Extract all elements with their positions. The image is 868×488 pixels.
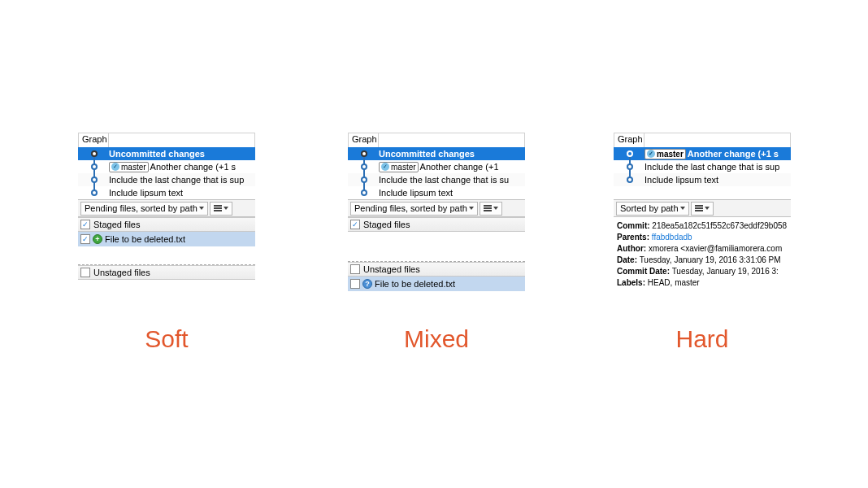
- checkbox-icon[interactable]: ✓: [80, 220, 90, 229]
- mixed-panel: Graph Uncommitted changes ✓master Anothe…: [348, 133, 525, 291]
- chevron-down-icon: [199, 207, 204, 210]
- commit-date: Tuesday, January 19, 2016 3:: [672, 267, 779, 276]
- date: Tuesday, January 19, 2016 3:31:06 PM: [640, 255, 781, 264]
- branch-tag[interactable]: ✓master: [644, 149, 686, 159]
- commit-msg: Include the last change that is sup: [644, 162, 791, 172]
- unstaged-files-header[interactable]: Unstaged files: [348, 262, 525, 277]
- graph-column-header[interactable]: Graph: [78, 133, 109, 147]
- caption-hard: Hard: [614, 325, 791, 353]
- commit-row[interactable]: Include lipsum text: [348, 186, 525, 199]
- commit-row[interactable]: Include lipsum text: [614, 173, 791, 186]
- chevron-down-icon: [469, 207, 474, 210]
- commit-msg: Uncommitted changes: [379, 149, 525, 159]
- view-mode-dropdown[interactable]: [210, 202, 232, 216]
- commit-row[interactable]: Include the last change that is su: [348, 173, 525, 186]
- graph-header-row: Graph: [348, 133, 525, 147]
- unstaged-files-header[interactable]: Unstaged files: [78, 265, 255, 280]
- file-name: File to be deleted.txt: [105, 234, 185, 244]
- question-icon: ?: [362, 279, 372, 289]
- caption-soft: Soft: [78, 325, 255, 353]
- commit-msg: Include the last change that is su: [379, 175, 525, 185]
- graph-column-header[interactable]: Graph: [614, 133, 644, 147]
- commit-msg: Uncommitted changes: [109, 149, 255, 159]
- commit-row[interactable]: ✓master Another change (+1 s: [78, 160, 255, 173]
- branch-tag[interactable]: ✓master: [379, 162, 419, 172]
- checkbox-icon[interactable]: ✓: [350, 220, 360, 229]
- file-toolbar: Pending files, sorted by path: [348, 199, 525, 217]
- sort-dropdown[interactable]: Sorted by path: [616, 202, 689, 216]
- view-mode-dropdown[interactable]: [691, 202, 714, 216]
- commit-msg: ✓master Another change (+1 s: [109, 162, 255, 172]
- commit-metadata: Commit: 218ea5a182c51f552c673eddf29b058 …: [614, 217, 791, 292]
- chevron-down-icon: [493, 207, 498, 210]
- commit-msg: Include the last change that is sup: [109, 175, 255, 185]
- commit-row[interactable]: ✓master Another change (+1 s: [614, 147, 791, 160]
- chevron-down-icon: [680, 207, 685, 210]
- chevron-down-icon: [224, 207, 228, 210]
- commit-row[interactable]: ✓master Another change (+1: [348, 160, 525, 173]
- checkbox-icon[interactable]: [350, 264, 360, 274]
- caption-mixed: Mixed: [348, 325, 525, 353]
- hamburger-icon: [695, 205, 703, 211]
- branch-tag[interactable]: ✓master: [109, 162, 149, 172]
- parent-hash-link[interactable]: ffabdbdadb: [652, 233, 692, 242]
- commit-row[interactable]: Include the last change that is sup: [614, 160, 791, 173]
- commit-msg: Include lipsum text: [644, 175, 791, 185]
- commit-msg: ✓master Another change (+1 s: [644, 149, 791, 159]
- graph-header-row: Graph: [614, 133, 791, 147]
- hard-panel: Graph ✓master Another change (+1 s Inclu…: [614, 133, 791, 292]
- view-mode-dropdown[interactable]: [480, 202, 502, 216]
- file-row[interactable]: ? File to be deleted.txt: [348, 277, 525, 291]
- author: xmorera <xavier@familiamorera.com: [649, 244, 782, 253]
- commit-row-uncommitted[interactable]: Uncommitted changes: [348, 147, 525, 160]
- branch-icon: ✓: [111, 163, 119, 171]
- sort-dropdown[interactable]: Pending files, sorted by path: [350, 202, 478, 216]
- graph-header-row: Graph: [78, 133, 255, 147]
- checkbox-icon[interactable]: ✓: [80, 234, 90, 244]
- file-row[interactable]: ✓ + File to be deleted.txt: [78, 232, 255, 246]
- add-icon: +: [93, 234, 102, 244]
- branch-icon: ✓: [381, 163, 389, 171]
- file-name: File to be deleted.txt: [375, 279, 455, 289]
- description-column-header[interactable]: [109, 133, 255, 147]
- hamburger-icon: [484, 205, 492, 211]
- sort-dropdown[interactable]: Pending files, sorted by path: [80, 202, 208, 216]
- file-toolbar: Pending files, sorted by path: [78, 199, 255, 217]
- labels: HEAD, master: [648, 278, 700, 287]
- commit-row-uncommitted[interactable]: Uncommitted changes: [78, 147, 255, 160]
- file-toolbar: Sorted by path: [614, 199, 791, 217]
- checkbox-icon[interactable]: [80, 268, 90, 277]
- checkbox-icon[interactable]: [350, 279, 360, 289]
- commit-row[interactable]: Include lipsum text: [78, 186, 255, 199]
- commit-msg: ✓master Another change (+1: [379, 162, 525, 172]
- commit-hash: 218ea5a182c51f552c673eddf29b058: [652, 221, 787, 230]
- branch-icon: ✓: [647, 150, 655, 158]
- staged-files-header[interactable]: ✓ Staged files: [348, 217, 525, 232]
- description-column-header[interactable]: [644, 133, 791, 147]
- graph-column-header[interactable]: Graph: [348, 133, 379, 147]
- hamburger-icon: [214, 205, 222, 211]
- commit-msg: Include lipsum text: [109, 188, 255, 198]
- description-column-header[interactable]: [379, 133, 525, 147]
- soft-panel: Graph Uncommitted changes ✓master Anothe…: [78, 133, 255, 280]
- staged-files-header[interactable]: ✓ Staged files: [78, 217, 255, 232]
- commit-row[interactable]: Include the last change that is sup: [78, 173, 255, 186]
- chevron-down-icon: [705, 207, 710, 210]
- commit-msg: Include lipsum text: [379, 188, 525, 198]
